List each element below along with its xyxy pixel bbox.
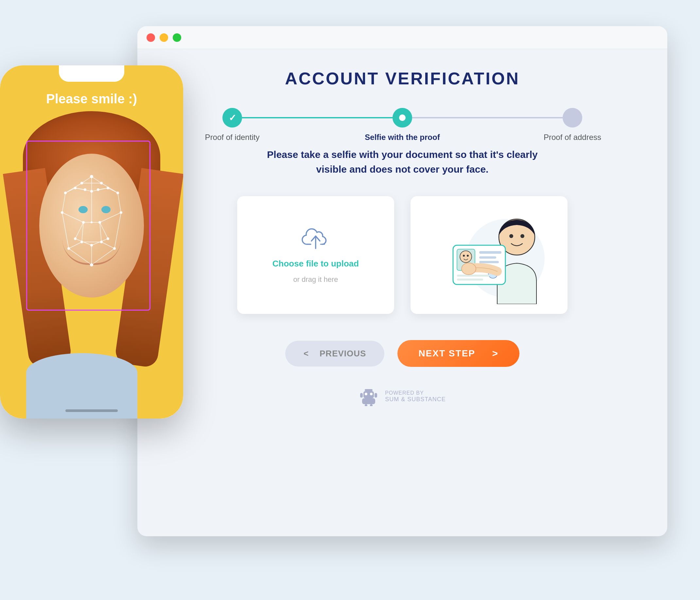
svg-point-38 xyxy=(97,188,99,191)
svg-point-74 xyxy=(365,393,367,395)
svg-rect-69 xyxy=(457,275,490,277)
svg-point-33 xyxy=(80,182,83,184)
svg-line-17 xyxy=(62,193,66,212)
cards-row: Choose file to upload or drag it here xyxy=(222,196,582,314)
window-titlebar xyxy=(138,26,667,49)
svg-rect-76 xyxy=(362,398,375,404)
buttons-row: < PREVIOUS NEXT STEP > xyxy=(285,340,520,367)
svg-point-39 xyxy=(107,187,109,189)
brand-logo-icon xyxy=(359,387,378,406)
selfie-illustration-svg xyxy=(433,206,545,304)
step-item-1: ✓ Proof of identity xyxy=(222,108,242,128)
svg-line-14 xyxy=(92,249,115,265)
svg-point-34 xyxy=(100,182,103,184)
svg-point-42 xyxy=(61,211,64,214)
svg-line-11 xyxy=(62,212,69,249)
svg-point-63 xyxy=(463,255,465,257)
step-line-2 xyxy=(412,117,562,119)
traffic-light-red[interactable] xyxy=(147,33,155,42)
svg-point-40 xyxy=(117,191,119,194)
next-arrow: > xyxy=(492,348,499,359)
step-item-2: Selfie with the proof xyxy=(393,108,412,128)
svg-point-45 xyxy=(98,221,101,224)
svg-rect-70 xyxy=(457,279,483,281)
step-item-3: Proof of address xyxy=(562,108,582,128)
phone-screen-title: Please smile :) xyxy=(0,92,183,106)
phone-notch xyxy=(59,66,124,82)
step-label-1: Proof of identity xyxy=(205,133,260,142)
traffic-light-yellow[interactable] xyxy=(159,33,168,42)
svg-point-58 xyxy=(509,234,513,238)
svg-line-15 xyxy=(66,183,82,193)
cloud-upload-icon xyxy=(301,226,330,252)
svg-line-10 xyxy=(100,212,121,223)
step-label-3: Proof of address xyxy=(544,133,601,142)
svg-point-35 xyxy=(64,191,67,194)
step-circle-1: ✓ xyxy=(222,108,242,128)
svg-line-16 xyxy=(101,183,118,193)
step-label-2: Selfie with the proof xyxy=(365,133,440,142)
phone-home-bar xyxy=(66,409,118,412)
svg-rect-67 xyxy=(479,261,499,263)
svg-point-41 xyxy=(90,190,93,192)
traffic-light-green[interactable] xyxy=(173,33,181,42)
page-title: ACCOUNT VERIFICATION xyxy=(285,69,520,88)
svg-line-28 xyxy=(69,242,82,249)
powered-by-text: POWERED BY xyxy=(385,390,446,396)
svg-line-1 xyxy=(92,177,101,183)
phone-shell: Please smile :) xyxy=(0,66,183,419)
progress-bar: ✓ Proof of identity Selfie with the proo… xyxy=(222,108,582,128)
svg-line-0 xyxy=(82,177,92,183)
upload-card[interactable]: Choose file to upload or drag it here xyxy=(237,196,394,314)
svg-line-20 xyxy=(75,188,92,191)
description-text: Please take a selfie with your document … xyxy=(255,147,550,177)
step-circle-2 xyxy=(393,108,412,128)
svg-point-37 xyxy=(84,188,86,191)
step-dot-inner xyxy=(399,114,406,121)
svg-point-52 xyxy=(80,241,83,243)
step-line-1 xyxy=(242,117,393,119)
svg-point-50 xyxy=(107,237,109,240)
svg-line-9 xyxy=(62,212,83,223)
svg-point-75 xyxy=(370,393,373,395)
svg-point-47 xyxy=(67,247,70,250)
svg-rect-80 xyxy=(370,404,373,406)
svg-point-43 xyxy=(120,211,122,214)
footer-brand: POWERED BY SUM & SUBSTANCE xyxy=(359,387,446,406)
svg-point-53 xyxy=(100,241,103,243)
svg-rect-78 xyxy=(375,393,377,398)
svg-point-71 xyxy=(461,263,476,275)
next-label: NEXT STEP xyxy=(418,348,475,359)
upload-secondary-text: or drag it here xyxy=(293,275,338,284)
svg-point-59 xyxy=(520,234,524,238)
svg-point-64 xyxy=(467,255,469,257)
svg-line-21 xyxy=(92,188,108,191)
previous-button[interactable]: < PREVIOUS xyxy=(285,341,384,367)
svg-point-48 xyxy=(113,247,116,250)
svg-line-29 xyxy=(101,242,115,249)
svg-point-51 xyxy=(90,244,93,246)
footer-brand-text: POWERED BY SUM & SUBSTANCE xyxy=(385,390,446,403)
previous-label: PREVIOUS xyxy=(320,348,366,358)
svg-point-36 xyxy=(74,187,77,189)
svg-point-32 xyxy=(90,175,93,178)
face-container xyxy=(10,111,173,379)
svg-rect-79 xyxy=(365,404,367,406)
upload-primary-text: Choose file to upload xyxy=(273,259,359,269)
svg-line-13 xyxy=(69,249,92,265)
svg-line-18 xyxy=(118,193,121,212)
next-step-button[interactable]: NEXT STEP > xyxy=(397,340,520,367)
svg-rect-77 xyxy=(360,393,363,398)
svg-rect-66 xyxy=(479,256,496,259)
window-content: ACCOUNT VERIFICATION ✓ Proof of identity… xyxy=(138,49,667,426)
svg-rect-72 xyxy=(365,389,373,391)
svg-rect-65 xyxy=(479,251,501,254)
body-shirt xyxy=(26,353,138,419)
svg-line-12 xyxy=(115,212,121,249)
desktop-window: ACCOUNT VERIFICATION ✓ Proof of identity… xyxy=(138,26,667,536)
brand-name-text: SUM & SUBSTANCE xyxy=(385,396,446,403)
svg-point-62 xyxy=(460,251,472,263)
svg-point-44 xyxy=(82,221,85,224)
svg-point-49 xyxy=(74,237,77,240)
svg-point-46 xyxy=(91,221,93,223)
